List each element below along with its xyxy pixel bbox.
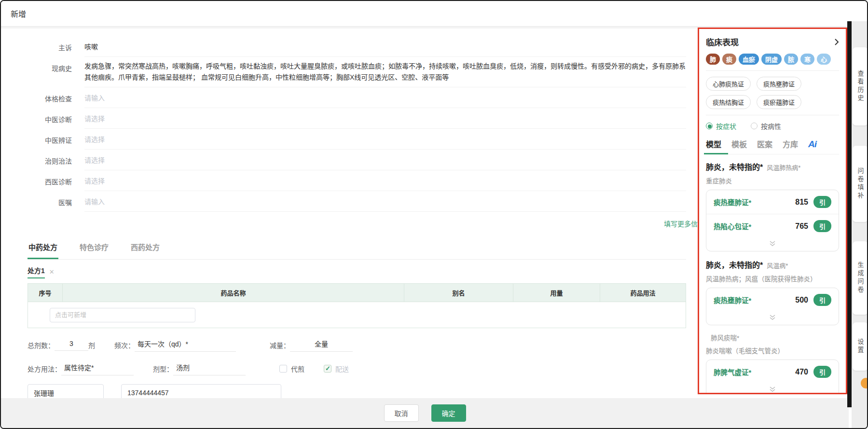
syndrome-name[interactable]: 热陷心包证* bbox=[714, 221, 795, 231]
syndrome-item: 热陷心包证* 765 引 bbox=[706, 214, 839, 238]
syndrome-score: 470 bbox=[795, 368, 808, 376]
drug-add-row bbox=[28, 302, 686, 328]
physical-exam-input[interactable]: 请输入 bbox=[84, 87, 686, 108]
close-icon[interactable] bbox=[49, 268, 55, 276]
frequency-label: 频次： bbox=[114, 340, 135, 350]
app-window: 新增 主诉 咳嗽 现病史 发病急骤，常突然寒战高热，咳嗽胸痛，呼吸气粗，咳吐黏浊… bbox=[0, 0, 868, 429]
tag-cold[interactable]: 寒 bbox=[800, 54, 814, 65]
prescription-tabs: 中药处方 特色诊疗 西药处方 bbox=[28, 238, 686, 260]
field-label: 中医诊断 bbox=[28, 108, 72, 129]
syndrome-pill[interactable]: 心肺痰热证 bbox=[706, 77, 751, 91]
panel-header: 临床表现 bbox=[706, 36, 839, 48]
tab-cn-prescription[interactable]: 中药处方 bbox=[28, 238, 58, 259]
cancel-button[interactable]: 取消 bbox=[384, 404, 419, 422]
more-info-row: 填写更多信息 bbox=[28, 212, 713, 233]
radio-by-nature[interactable]: 按病性 bbox=[751, 121, 781, 131]
field-placeholder: 请输入 bbox=[84, 196, 105, 206]
decoct-checkbox[interactable] bbox=[279, 365, 287, 373]
tag-lung[interactable]: 肺 bbox=[706, 54, 720, 65]
decoct-label: 代煎 bbox=[291, 364, 304, 374]
tcm-diagnosis-select[interactable]: 请选择 bbox=[84, 108, 686, 129]
ai-logo-icon[interactable]: Ai bbox=[808, 139, 816, 150]
radio-by-symptom[interactable]: 按症状 bbox=[706, 121, 736, 131]
syndrome-pill[interactable]: 痰瘀蕴肺证 bbox=[757, 95, 801, 109]
field-label: 现病史 bbox=[28, 57, 72, 87]
tab-model[interactable]: 模型 bbox=[706, 138, 721, 150]
side-tab-questionnaire-fill[interactable]: 问卷填补 bbox=[853, 146, 868, 222]
tag-pus[interactable]: 脓 bbox=[784, 54, 798, 65]
field-label: 中医辨证 bbox=[28, 129, 72, 150]
tcm-syndrome-select[interactable]: 请选择 bbox=[84, 129, 686, 150]
cite-button[interactable]: 引 bbox=[813, 196, 831, 208]
side-tab-view-history[interactable]: 查看历史 bbox=[853, 47, 868, 125]
tab-formula-library[interactable]: 方库 bbox=[783, 138, 798, 150]
patient-phone-input[interactable] bbox=[121, 384, 281, 398]
field-label: 体格检查 bbox=[28, 87, 72, 108]
divider bbox=[706, 70, 839, 71]
field-label: 西医诊断 bbox=[28, 170, 72, 191]
field-placeholder: 请选择 bbox=[84, 176, 105, 185]
dosage-form-select[interactable]: 汤剂 bbox=[173, 361, 246, 375]
syndrome-item: 肺脾气虚证* 470 引 bbox=[706, 360, 839, 384]
add-drug-input[interactable] bbox=[50, 308, 195, 322]
divider bbox=[706, 115, 839, 115]
expand-more-button[interactable] bbox=[706, 384, 839, 394]
tag-phlegm[interactable]: 痰 bbox=[722, 54, 736, 65]
chevron-right-icon[interactable] bbox=[834, 38, 839, 46]
field-value: 咳嗽 bbox=[84, 42, 98, 51]
cite-button[interactable]: 引 bbox=[813, 366, 831, 378]
total-doses-input[interactable]: 3 bbox=[55, 339, 88, 351]
present-illness-input[interactable]: 发病急骤，常突然寒战高热，咳嗽胸痛，呼吸气粗，咳吐黏浊痰，咳吐大量腥臭脓痰，或咳… bbox=[84, 57, 686, 87]
tab-prescription-1[interactable]: 处方1 bbox=[28, 265, 45, 278]
dose-unit-label: 剂 bbox=[88, 340, 95, 350]
side-tab-generate-questionnaire[interactable]: 生成问卷 bbox=[853, 241, 868, 315]
syndrome-name[interactable]: 痰热壅肺证* bbox=[714, 197, 795, 207]
field-physical-exam: 体格检查 请输入 bbox=[28, 87, 686, 108]
dosage-form-label: 剂型： bbox=[153, 364, 173, 374]
expand-more-button[interactable] bbox=[706, 312, 839, 325]
tag-blood-stasis[interactable]: 血瘀 bbox=[739, 54, 759, 65]
reduction-select[interactable]: 全量 bbox=[290, 338, 353, 352]
usage-select[interactable]: 属性待定* bbox=[61, 361, 134, 375]
tag-heart[interactable]: 心 bbox=[817, 54, 831, 65]
double-chevron-down-icon bbox=[769, 387, 776, 392]
field-placeholder: 请选择 bbox=[84, 155, 105, 165]
col-alias: 别名 bbox=[404, 284, 513, 302]
panel-tabs: 模型 模板 医案 方库 Ai bbox=[706, 138, 839, 154]
disease-desc: 风温肺热病；风瘟（医院获得性肺炎） bbox=[706, 274, 839, 283]
doctor-advice-input[interactable]: 请输入 bbox=[84, 191, 686, 212]
syndrome-score: 815 bbox=[795, 198, 808, 207]
disease-subtitle: 风温病* bbox=[767, 261, 788, 270]
expand-more-button[interactable] bbox=[706, 238, 839, 251]
radio-label: 按病性 bbox=[761, 121, 781, 131]
tag-yin-deficiency[interactable]: 阴虚 bbox=[761, 54, 782, 65]
tab-template[interactable]: 模板 bbox=[731, 138, 747, 150]
group-heading: 肺炎，未特指的* 风温肺热病* bbox=[706, 161, 839, 172]
disease-title: 肺风痰喘* bbox=[706, 332, 739, 342]
field-chief-complaint: 主诉 咳嗽 bbox=[28, 36, 686, 57]
delivery-checkbox[interactable] bbox=[324, 365, 331, 373]
confirm-button[interactable]: 确定 bbox=[431, 404, 466, 422]
western-diagnosis-select[interactable]: 请选择 bbox=[84, 170, 686, 191]
syndrome-name[interactable]: 肺脾气虚证* bbox=[714, 367, 795, 377]
medical-record-form: 主诉 咳嗽 现病史 发病急骤，常突然寒战高热，咳嗽胸痛，呼吸气粗，咳吐黏浊痰，咳… bbox=[28, 36, 686, 212]
cite-button[interactable]: 引 bbox=[813, 294, 831, 306]
tab-case[interactable]: 医案 bbox=[757, 138, 772, 150]
disease-group: 肺炎，未特指的* 风温肺热病* 重症肺炎 痰热壅肺证* 815 引 热陷心包证*… bbox=[706, 161, 839, 251]
tab-western-prescription[interactable]: 西药处方 bbox=[130, 238, 161, 259]
syndrome-name[interactable]: 痰热壅肺证* bbox=[714, 295, 795, 305]
patient-name-input[interactable] bbox=[28, 384, 104, 398]
treatment-principle-select[interactable]: 请选择 bbox=[84, 150, 686, 170]
syndrome-pill[interactable]: 痰热壅肺证 bbox=[757, 77, 801, 91]
side-tab-settings[interactable]: 设置 bbox=[853, 322, 868, 371]
field-doctor-advice: 医嘱 请输入 bbox=[28, 191, 686, 212]
col-seq: 序号 bbox=[28, 284, 63, 302]
radio-unselected-icon bbox=[751, 123, 758, 129]
floating-action-button[interactable] bbox=[861, 378, 868, 388]
syndrome-pill[interactable]: 痰热结胸证 bbox=[706, 95, 751, 109]
tab-special-therapy[interactable]: 特色诊疗 bbox=[79, 238, 110, 259]
frequency-select[interactable]: 每天一次（qd）* bbox=[135, 338, 236, 352]
disease-desc: 肺炎喘嗽（毛细支气管炎） bbox=[706, 346, 839, 355]
chief-complaint-input[interactable]: 咳嗽 bbox=[84, 36, 686, 57]
cite-button[interactable]: 引 bbox=[813, 220, 831, 232]
